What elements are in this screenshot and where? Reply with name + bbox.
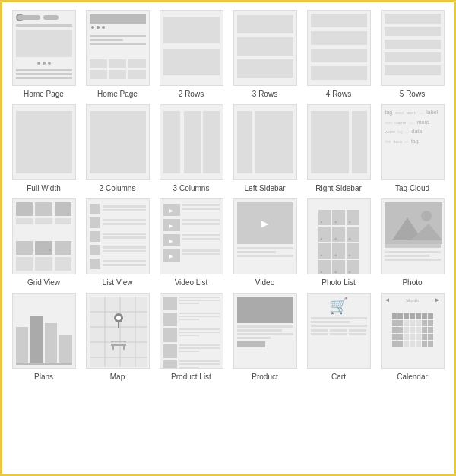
home-page-2-item[interactable]: Home Page xyxy=(84,10,151,98)
map-item[interactable]: Map xyxy=(84,293,151,381)
photo-list-label: Photo List xyxy=(321,278,355,287)
left-sidebar-item[interactable]: Left Sidebar xyxy=(231,104,299,192)
full-width-item[interactable]: Full Width xyxy=(10,104,78,192)
3-columns-label: 3 Columns xyxy=(173,184,210,192)
prev-arrow-icon: ◄ xyxy=(385,297,391,303)
svg-rect-18 xyxy=(111,341,126,342)
2-columns-item[interactable]: 2 Columns xyxy=(84,104,151,192)
svg-rect-16 xyxy=(112,346,114,350)
photo-list-item[interactable]: Photo List xyxy=(305,198,372,287)
svg-rect-4 xyxy=(90,297,147,367)
home-page-2-label: Home Page xyxy=(97,90,138,98)
cart-item[interactable]: 🛒 Cart xyxy=(305,293,372,381)
product-list-label: Product List xyxy=(171,373,211,381)
tag-cloud-item[interactable]: tag cloud word text label item name type… xyxy=(378,104,446,192)
3-columns-item[interactable]: 3 Columns xyxy=(157,104,225,192)
svg-point-13 xyxy=(116,316,121,320)
4-rows-item[interactable]: 4 Rows xyxy=(305,10,372,98)
home-page-1-item[interactable]: Home Page xyxy=(10,10,78,98)
4-rows-label: 4 Rows xyxy=(326,90,351,98)
svg-rect-17 xyxy=(123,346,125,350)
grid-view-item[interactable]: ? Grid View xyxy=(10,198,78,287)
video-list-item[interactable]: Video List xyxy=(157,198,225,287)
product-item[interactable]: Product xyxy=(231,293,299,381)
3-rows-label: 3 Rows xyxy=(252,90,277,98)
full-width-label: Full Width xyxy=(27,184,60,192)
video-item[interactable]: Video xyxy=(231,198,299,287)
tag-cloud-label: Tag Cloud xyxy=(395,184,429,192)
calendar-item[interactable]: ◄ Month ► Calendar xyxy=(378,293,446,381)
2-columns-label: 2 Columns xyxy=(100,184,136,192)
home-page-1-label: Home Page xyxy=(24,90,64,98)
photo-label: Photo xyxy=(402,278,422,287)
video-list-label: Video List xyxy=(175,278,208,287)
left-sidebar-label: Left Sidebar xyxy=(245,184,286,192)
video-label: Video xyxy=(255,278,274,287)
right-sidebar-item[interactable]: Right Sidebar xyxy=(305,104,372,192)
svg-rect-15 xyxy=(111,344,126,346)
plans-item[interactable]: Plans xyxy=(10,293,78,381)
calendar-label: Calendar xyxy=(397,373,428,381)
list-view-item[interactable]: List View xyxy=(84,198,151,287)
right-sidebar-label: Right Sidebar xyxy=(315,184,362,192)
map-label: Map xyxy=(110,373,125,381)
product-label: Product xyxy=(252,373,277,381)
cart-label: Cart xyxy=(331,373,346,381)
grid-view-label: Grid View xyxy=(27,278,60,287)
photo-item[interactable]: Photo xyxy=(378,198,446,287)
2-rows-item[interactable]: 2 Rows xyxy=(157,10,225,98)
product-list-item[interactable]: Product List xyxy=(157,293,225,381)
3-rows-item[interactable]: 3 Rows xyxy=(231,10,299,98)
svg-point-1 xyxy=(421,211,432,221)
list-view-label: List View xyxy=(103,278,133,287)
5-rows-label: 5 Rows xyxy=(400,90,425,98)
next-arrow-icon: ► xyxy=(435,297,441,303)
plans-label: Plans xyxy=(34,373,53,381)
5-rows-item[interactable]: 5 Rows xyxy=(378,10,446,98)
2-rows-label: 2 Rows xyxy=(179,90,204,98)
